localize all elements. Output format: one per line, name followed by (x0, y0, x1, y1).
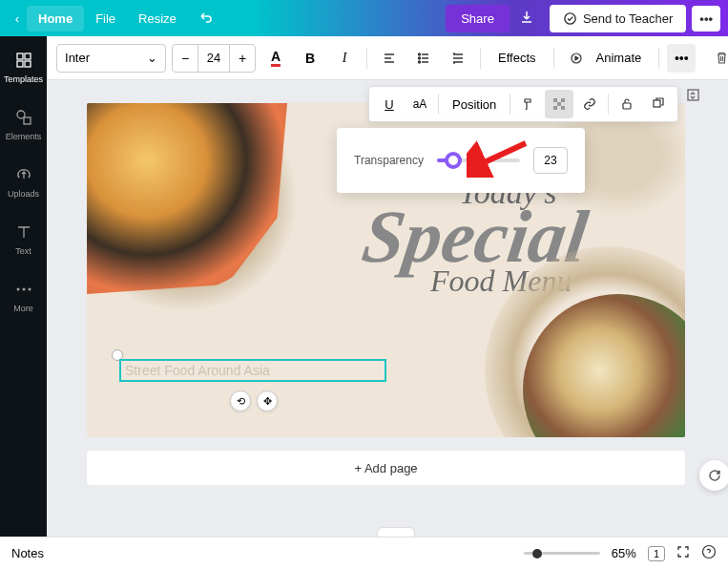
chevron-down-icon: ⌄ (147, 51, 157, 65)
selected-text-element[interactable]: Street Food Around Asia (119, 359, 386, 382)
svg-point-12 (419, 61, 421, 63)
bold-button[interactable]: B (296, 44, 324, 73)
font-select[interactable]: Inter ⌄ (56, 44, 166, 73)
svg-point-0 (565, 12, 575, 23)
sidebar-label: Templates (4, 74, 43, 84)
svg-rect-14 (553, 98, 557, 102)
page-count-button[interactable]: 1 (648, 546, 665, 561)
svg-rect-1 (17, 53, 23, 59)
sidebar-label: More (13, 304, 33, 313)
case-button[interactable]: aA (406, 90, 434, 118)
svg-rect-3 (17, 61, 23, 67)
transparency-popup: Transparency 23 (337, 128, 585, 193)
sidebar-item-templates[interactable]: Templates (0, 46, 47, 88)
duplicate-button[interactable] (643, 90, 672, 118)
position-button[interactable]: Position (443, 97, 506, 112)
rotate-handle[interactable]: ⟲ (230, 390, 251, 411)
sidebar-label: Text (15, 246, 31, 256)
transparency-button[interactable] (545, 90, 573, 118)
svg-point-24 (703, 546, 716, 558)
share-button[interactable]: Share (446, 5, 510, 32)
svg-point-10 (419, 53, 421, 55)
animate-icon (562, 44, 591, 73)
templates-icon (13, 50, 34, 71)
link-button[interactable] (575, 90, 604, 118)
align-button[interactable] (375, 44, 404, 73)
zoom-value: 65% (612, 546, 636, 560)
sidebar-item-elements[interactable]: Elements (2, 103, 46, 145)
transparency-value[interactable]: 23 (533, 147, 568, 174)
svg-rect-15 (561, 98, 565, 102)
svg-point-9 (28, 288, 31, 291)
transparency-label: Transparency (354, 154, 424, 167)
toolbar-more-button[interactable]: ••• (667, 44, 696, 73)
sidebar-item-uploads[interactable]: Uploads (4, 160, 43, 202)
svg-rect-2 (25, 53, 31, 59)
page-tab-handle[interactable] (377, 527, 415, 537)
notes-button[interactable]: Notes (11, 546, 44, 560)
text-icon (13, 221, 34, 242)
elements-icon (13, 107, 34, 128)
svg-point-7 (16, 288, 19, 291)
svg-rect-4 (25, 61, 31, 67)
zoom-slider[interactable] (524, 552, 600, 555)
slider-thumb[interactable] (445, 152, 462, 169)
download-button[interactable] (510, 4, 544, 33)
svg-rect-20 (654, 100, 660, 107)
file-menu[interactable]: File (84, 6, 127, 32)
send-label: Send to Teacher (583, 11, 673, 26)
format-button[interactable] (514, 90, 543, 118)
text-color-button[interactable]: A (261, 44, 290, 73)
sidebar-label: Uploads (8, 189, 39, 199)
svg-point-11 (419, 57, 421, 59)
svg-rect-18 (561, 106, 565, 110)
transparency-slider[interactable] (437, 158, 520, 162)
help-button[interactable] (701, 544, 717, 562)
more-icon (13, 279, 34, 300)
font-size-control: − 24 + (172, 44, 256, 73)
italic-button[interactable]: I (330, 44, 359, 73)
underline-button[interactable]: U (375, 90, 404, 118)
svg-point-8 (22, 288, 25, 291)
refresh-fab[interactable] (699, 460, 728, 491)
effects-button[interactable]: Effects (489, 44, 546, 73)
svg-rect-16 (557, 102, 561, 106)
more-menu-button[interactable]: ••• (692, 6, 720, 32)
size-increase-button[interactable]: + (230, 45, 255, 72)
fullscreen-button[interactable] (676, 545, 690, 561)
sidebar-item-more[interactable]: More (10, 275, 38, 317)
expand-page-button[interactable] (682, 84, 703, 105)
undo-button[interactable] (194, 6, 217, 32)
delete-button[interactable] (707, 44, 728, 73)
lock-button[interactable] (613, 90, 641, 118)
send-to-teacher-button[interactable]: Send to Teacher (550, 5, 686, 32)
sidebar-item-text[interactable]: Text (10, 218, 38, 260)
svg-rect-19 (623, 103, 631, 109)
spacing-button[interactable] (444, 44, 472, 73)
list-button[interactable] (409, 44, 438, 73)
sidebar-label: Elements (6, 132, 42, 141)
font-name: Inter (65, 51, 90, 65)
add-page-button[interactable]: + Add page (87, 451, 685, 485)
svg-rect-17 (553, 106, 557, 110)
svg-rect-6 (24, 117, 31, 124)
resize-menu[interactable]: Resize (127, 6, 188, 32)
move-handle[interactable]: ✥ (257, 390, 278, 411)
home-menu[interactable]: Home (27, 6, 84, 32)
back-button[interactable]: ‹ (8, 11, 27, 26)
text-sub-toolbar: U aA Position (368, 86, 678, 122)
uploads-icon (13, 164, 34, 185)
size-value[interactable]: 24 (198, 45, 230, 72)
animate-button[interactable]: Animate (596, 44, 652, 73)
size-decrease-button[interactable]: − (173, 45, 198, 72)
